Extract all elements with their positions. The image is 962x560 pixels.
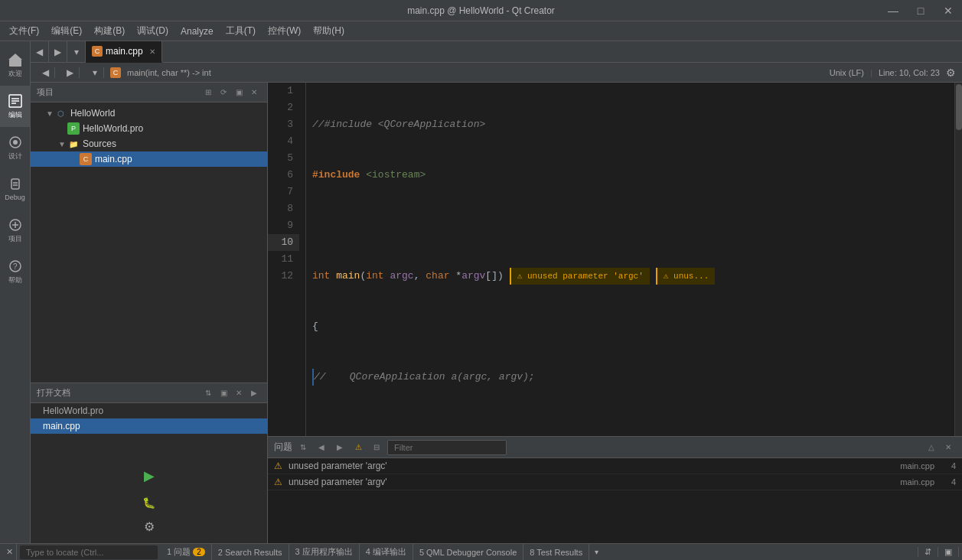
func-list-button[interactable]: ▾: [86, 67, 104, 78]
line-num-9: 9: [268, 217, 299, 234]
line-num-4: ⚠4: [268, 133, 299, 150]
window-controls[interactable]: — □ ✕: [879, 0, 962, 21]
line-num-3: 3: [268, 116, 299, 133]
open-docs-list: HelloWorld.pro main.cpp: [31, 403, 267, 457]
open-docs-close-button[interactable]: ✕: [232, 386, 246, 400]
run-button[interactable]: ▶: [139, 463, 159, 489]
sidebar-item-welcome[interactable]: 欢迎: [0, 44, 31, 86]
menu-analyze[interactable]: Analyze: [174, 24, 220, 38]
tab-close-button[interactable]: ✕: [149, 47, 155, 56]
folder-icon: 📁: [67, 138, 80, 150]
warning-row-0[interactable]: ⚠ unused parameter 'argc' main.cpp 4: [268, 458, 962, 474]
scrollbar-thumb[interactable]: [956, 84, 962, 130]
warn-prev-button[interactable]: ◀: [314, 440, 329, 455]
warn-filter-icon[interactable]: ⊟: [369, 440, 384, 455]
status-test-results[interactable]: 8 Test Results: [523, 544, 589, 560]
menu-edit[interactable]: 编辑(E): [45, 23, 88, 39]
sidebar-item-project[interactable]: 项目: [0, 210, 31, 251]
menu-build[interactable]: 构建(B): [88, 23, 131, 39]
warning-message-argv-short: ⚠ unus...: [656, 268, 715, 285]
menu-controls[interactable]: 控件(W): [262, 23, 307, 39]
func-bar-right: Unix (LF) | Line: 10, Col: 23 ⚙: [830, 67, 956, 79]
menu-debug[interactable]: 调试(D): [131, 23, 174, 39]
tree-label-helloworld-pro: HelloWorld.pro: [83, 123, 143, 134]
status-hide-button[interactable]: ✕: [3, 544, 17, 560]
open-docs-sort-button[interactable]: ⇅: [201, 386, 215, 400]
tab-prev-button[interactable]: ◀: [31, 41, 49, 62]
project-close-button[interactable]: ✕: [247, 86, 261, 99]
sidebar-label-design: 设计: [8, 151, 22, 161]
code-line-6: // QCoreApplication a(argc, argv);: [312, 369, 956, 386]
warn-close-panel-button[interactable]: ✕: [941, 440, 956, 455]
close-button[interactable]: ✕: [934, 0, 962, 21]
menu-file[interactable]: 文件(F): [3, 23, 45, 39]
warn-row-text-0: unused parameter 'argc': [289, 461, 900, 471]
warn-sort-button[interactable]: ⇅: [295, 440, 311, 455]
func-bar: ◀ ▶ ▾ C main(int, char **) -> int Unix (…: [31, 63, 962, 83]
warn-collapse-button[interactable]: △: [924, 440, 939, 455]
maximize-button[interactable]: □: [907, 0, 934, 21]
project-panel: 项目 ⊞ ⟳ ▣ ✕ ▼ ⬡ HelloWorld: [31, 83, 268, 543]
warning-row-1[interactable]: ⚠ unused parameter 'argv' main.cpp 4: [268, 474, 962, 490]
sidebar-item-help[interactable]: ? 帮助: [0, 251, 31, 292]
func-next-button[interactable]: ▶: [61, 67, 80, 78]
status-right-close[interactable]: ▣: [938, 547, 959, 557]
project-header-buttons: ⊞ ⟳ ▣ ✕: [201, 86, 261, 99]
content-area: ◀ ▶ ▾ C main.cpp ✕ ◀ ▶ ▾ C main(int, cha…: [31, 41, 962, 543]
sidebar-item-edit[interactable]: 编辑: [0, 86, 31, 127]
run-debug-button[interactable]: 🐛: [138, 492, 160, 513]
minimize-button[interactable]: —: [879, 0, 907, 21]
code-line-1: //#include <QCoreApplication>: [312, 116, 956, 133]
pro-file-icon: P: [67, 122, 80, 135]
settings-icon[interactable]: ⚙: [946, 67, 956, 79]
tab-cpp-icon: C: [92, 46, 103, 57]
status-app-output[interactable]: 3 应用程序输出: [289, 544, 360, 560]
status-compile-output[interactable]: 4 编译输出: [360, 544, 413, 560]
tree-item-sources[interactable]: ▼ 📁 Sources: [31, 136, 267, 151]
menu-help[interactable]: 帮助(H): [307, 23, 351, 39]
project-sync-button[interactable]: ⟳: [217, 86, 230, 99]
tree-label-sources: Sources: [83, 138, 116, 149]
line-num-2: 2: [268, 99, 299, 116]
vertical-scrollbar[interactable]: [954, 83, 962, 436]
status-search-results[interactable]: 2 Search Results: [212, 544, 289, 560]
status-expand-icon[interactable]: ▾: [589, 545, 603, 559]
run-settings-icon[interactable]: ⚙: [141, 516, 158, 537]
func-signature: main(int, char **) -> int: [127, 68, 211, 77]
open-docs-split-button[interactable]: ▣: [217, 386, 230, 400]
tree-label-helloworld: HelloWorld: [70, 108, 115, 119]
tab-next-button[interactable]: ▶: [49, 41, 67, 62]
project-panel-header: 项目 ⊞ ⟳ ▣ ✕: [31, 83, 267, 103]
sidebar-item-debug[interactable]: Debug: [0, 168, 31, 210]
func-prev-button[interactable]: ◀: [37, 67, 55, 78]
tree-item-main-cpp[interactable]: ▼ C main.cpp: [31, 151, 267, 167]
menu-tools[interactable]: 工具(T): [220, 23, 262, 39]
open-docs-buttons: ⇅ ▣ ✕ ▶: [201, 386, 261, 400]
open-docs-title: 打开文档: [37, 387, 198, 399]
warn-next-button[interactable]: ▶: [332, 440, 347, 455]
help-icon: ?: [8, 259, 23, 274]
tab-main-cpp[interactable]: C main.cpp ✕: [86, 41, 162, 63]
status-right-arrows[interactable]: ⇵: [918, 547, 938, 557]
svg-point-7: [13, 140, 18, 145]
open-docs-nav-button[interactable]: ▶: [247, 386, 261, 400]
tree-item-helloworld-pro[interactable]: ▼ P HelloWorld.pro: [31, 121, 267, 136]
status-problems[interactable]: 1 问题 2: [161, 544, 212, 560]
sidebar-item-design[interactable]: 设计: [0, 127, 31, 168]
tab-list-button[interactable]: ▾: [67, 41, 86, 62]
open-doc-main-cpp[interactable]: main.cpp: [31, 418, 267, 434]
project-collapse-button[interactable]: ▣: [232, 86, 246, 99]
locate-input[interactable]: [20, 545, 158, 559]
line-num-5: 5: [268, 150, 299, 167]
open-doc-helloworld-pro[interactable]: HelloWorld.pro: [31, 403, 267, 418]
tree-item-helloworld[interactable]: ▼ ⬡ HelloWorld: [31, 106, 267, 121]
warn-filter-input[interactable]: [387, 440, 507, 455]
project-filter-button[interactable]: ⊞: [201, 86, 215, 99]
status-qml-debugger[interactable]: 5 QML Debugger Console: [413, 544, 523, 560]
code-editor[interactable]: 1 2 3 ⚠4 5 6 7 8 9 10 11 12: [268, 83, 962, 436]
project-icon: [8, 217, 23, 233]
main-layout: 欢迎 编辑 设计 Debug 项目 ? 帮助 ◀ ▶ ▾: [0, 41, 962, 543]
warn-row-line-1: 4: [941, 477, 956, 487]
sidebar-label-help: 帮助: [8, 275, 22, 285]
code-content[interactable]: //#include <QCoreApplication> #include <…: [306, 83, 962, 436]
